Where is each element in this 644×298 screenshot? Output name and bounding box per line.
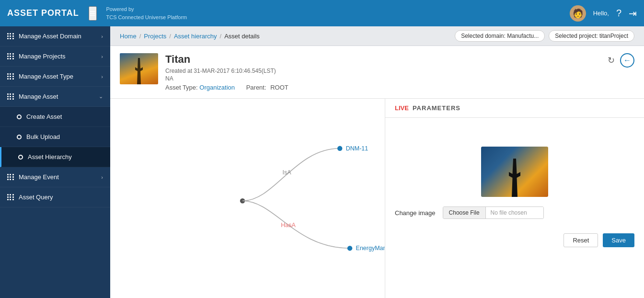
- file-input-wrapper: Choose File No file chosen: [443, 206, 544, 219]
- grid-icon: [7, 93, 14, 100]
- sidebar-item-manage-asset-type[interactable]: Manage Asset Type ›: [0, 67, 110, 87]
- circle-icon: [17, 115, 22, 119]
- energy-label: EnergyManagement: [356, 245, 385, 252]
- dnm-node[interactable]: [337, 146, 342, 151]
- header-right: 🧑 Hello, ? ⇥: [570, 5, 637, 22]
- sidebar-item-bulk-upload[interactable]: Bulk Upload: [0, 127, 110, 147]
- sidebar-item-label: Asset Hierarchy: [28, 153, 103, 160]
- sidebar-item-asset-query[interactable]: Asset Query: [0, 187, 110, 207]
- sidebar-item-create-asset[interactable]: Create Asset: [0, 107, 110, 127]
- breadcrumb-asset-hierarchy[interactable]: Asset hierarchy: [174, 33, 217, 40]
- energy-node[interactable]: [347, 246, 352, 251]
- sidebar-item-manage-event[interactable]: Manage Event ›: [0, 167, 110, 187]
- breadcrumb-current: Asset details: [224, 33, 260, 40]
- file-name-display: No file chosen: [486, 207, 543, 218]
- action-buttons: Reset Save: [395, 229, 634, 247]
- live-badge: LIVE: [395, 104, 409, 112]
- app-logo: ASSET PORTAL: [7, 8, 79, 18]
- power-image: [481, 147, 548, 197]
- sidebar-item-asset-hierarchy[interactable]: Asset Hierarchy: [0, 147, 110, 167]
- breadcrumb-projects[interactable]: Projects: [144, 33, 166, 40]
- sidebar-item-label: Manage Event: [19, 173, 101, 181]
- isa-label: IsA: [282, 169, 291, 176]
- sidebar-item-label: Manage Asset Type: [19, 73, 101, 80]
- tree-edge-isa: [242, 149, 340, 201]
- parent-value: ROOT: [270, 84, 288, 91]
- domain-badges: Selected domain: Manufactu... Selected p…: [455, 30, 634, 42]
- live-params-header: LIVE PARAMETERS: [385, 99, 644, 118]
- reset-button[interactable]: Reset: [564, 233, 598, 247]
- breadcrumb-bar: Home / Projects / Asset hierarchy / Asse…: [110, 26, 644, 46]
- circle-icon: [17, 135, 22, 139]
- asset-na: NA: [165, 75, 634, 82]
- refresh-icon[interactable]: ↻: [606, 54, 616, 67]
- avatar: 🧑: [570, 5, 586, 22]
- selected-domain-badge: Selected domain: Manufactu...: [455, 30, 545, 42]
- sidebar-item-label: Manage Asset Domain: [19, 33, 101, 40]
- chevron-right-icon: ›: [101, 54, 103, 59]
- asset-meta: Asset Type: Organization Parent: ROOT: [165, 84, 634, 91]
- tree-panel: IsA HasA DNM-11 EnergyManagement: [110, 99, 385, 298]
- circle-icon: [18, 155, 23, 160]
- two-panel: IsA HasA DNM-11 EnergyManagement LIVE: [110, 99, 644, 298]
- parent-label: Parent:: [246, 84, 266, 91]
- save-button[interactable]: Save: [603, 233, 634, 247]
- breadcrumb-sep: /: [139, 33, 141, 40]
- hello-label: Hello,: [593, 10, 609, 17]
- hasa-label: HasA: [281, 222, 296, 229]
- chevron-down-icon: ⌄: [99, 93, 103, 100]
- right-panel-body: Change image Choose File No file chosen …: [385, 118, 644, 298]
- change-image-label: Change image: [395, 209, 436, 217]
- breadcrumb: Home / Projects / Asset hierarchy / Asse…: [120, 33, 260, 40]
- dnm-label: DNM-11: [346, 145, 368, 152]
- sidebar-item-label: Manage Asset: [19, 93, 99, 100]
- right-panel: LIVE PARAMETERS Change image Choose File…: [385, 99, 644, 298]
- asset-info: Titan Created at 31-MAR-2017 6:10:46.545…: [165, 53, 634, 91]
- sidebar-item-manage-projects[interactable]: Manage Projects ›: [0, 46, 110, 67]
- chevron-right-icon: ›: [101, 74, 103, 80]
- asset-type-link[interactable]: Organization: [199, 84, 235, 91]
- choose-file-button[interactable]: Choose File: [443, 207, 486, 218]
- grid-icon: [7, 194, 14, 201]
- sidebar: Manage Asset Domain › Manage Projects › …: [0, 26, 110, 298]
- sidebar-item-label: Manage Projects: [19, 53, 101, 60]
- breadcrumb-sep: /: [220, 33, 222, 40]
- asset-title: Titan: [165, 53, 634, 66]
- selected-project-badge: Selected project: titanProject: [549, 30, 634, 42]
- grid-icon: [7, 53, 14, 60]
- asset-thumbnail: [120, 53, 158, 84]
- grid-icon: [7, 33, 14, 40]
- logout-icon[interactable]: ⇥: [629, 8, 637, 19]
- change-image-row: Change image Choose File No file chosen: [395, 206, 634, 219]
- params-label: PARAMETERS: [413, 104, 460, 112]
- chevron-right-icon: ›: [101, 174, 103, 180]
- app-header: ASSET PORTAL ≡ Powered by TCS Connected …: [0, 0, 644, 26]
- breadcrumb-sep: /: [169, 33, 171, 40]
- breadcrumb-home[interactable]: Home: [120, 33, 137, 40]
- sidebar-item-label: Create Asset: [26, 113, 103, 120]
- asset-created: Created at 31-MAR-2017 6:10:46.545(LST): [165, 68, 634, 74]
- grid-icon: [7, 174, 14, 181]
- asset-image-preview: [481, 147, 548, 197]
- asset-detail-header: Titan Created at 31-MAR-2017 6:10:46.545…: [110, 46, 644, 99]
- grid-icon: [7, 73, 14, 80]
- asset-header-actions: ↻ ←: [606, 53, 634, 68]
- help-icon[interactable]: ?: [616, 8, 621, 19]
- back-icon[interactable]: ←: [620, 53, 634, 68]
- tree-edge-hasa: [242, 201, 350, 248]
- sidebar-item-manage-asset[interactable]: Manage Asset ⌄: [0, 87, 110, 107]
- powered-by: Powered by TCS Connected Universe Platfo…: [106, 5, 570, 21]
- sidebar-item-manage-asset-domain[interactable]: Manage Asset Domain ›: [0, 26, 110, 46]
- hierarchy-tree-svg: IsA HasA DNM-11 EnergyManagement: [110, 99, 385, 298]
- main-layout: Manage Asset Domain › Manage Projects › …: [0, 26, 644, 298]
- content-area: Home / Projects / Asset hierarchy / Asse…: [110, 26, 644, 298]
- sidebar-item-label: Bulk Upload: [26, 133, 103, 140]
- menu-icon[interactable]: ≡: [89, 6, 97, 21]
- chevron-right-icon: ›: [101, 34, 103, 39]
- sidebar-item-label: Asset Query: [19, 194, 103, 201]
- asset-type-label: Asset Type:: [165, 84, 198, 91]
